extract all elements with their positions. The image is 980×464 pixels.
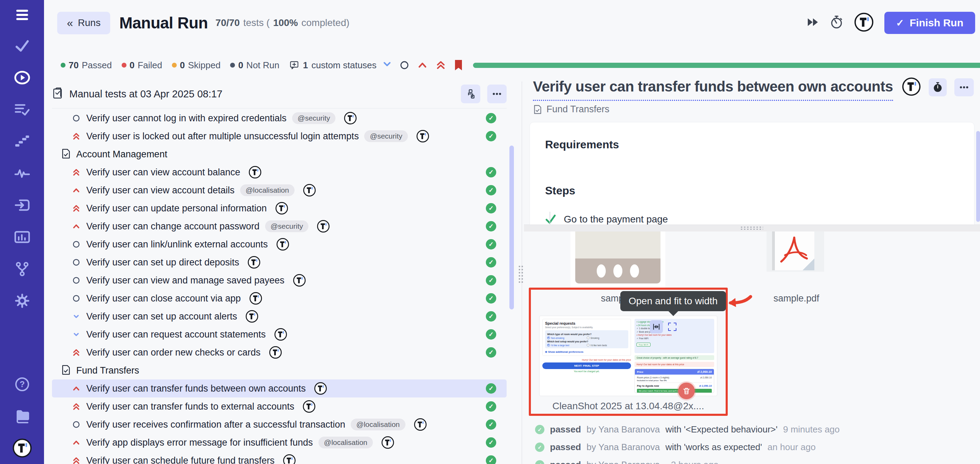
- passed-status-badge[interactable]: [486, 347, 496, 358]
- test-row[interactable]: Verify user can change account password@…: [52, 217, 507, 235]
- suite-section-row[interactable]: Account Management: [52, 145, 507, 163]
- test-row[interactable]: Verify user can set up account alerts: [52, 307, 507, 326]
- chevron-down-icon[interactable]: [383, 61, 391, 69]
- tree-view-button[interactable]: [461, 84, 480, 103]
- test-row[interactable]: Verify user cannot log in with expired c…: [52, 109, 507, 127]
- sidebar-item-runs-active[interactable]: [0, 62, 44, 94]
- test-row[interactable]: Verify user is locked out after multiple…: [52, 127, 507, 145]
- test-row[interactable]: Verify user can transfer funds between o…: [52, 380, 507, 397]
- test-tag[interactable]: @security: [292, 112, 336, 124]
- testomat-link-icon[interactable]: [245, 310, 259, 323]
- passed-status-badge[interactable]: [486, 383, 496, 394]
- attachment-pdf-caption[interactable]: sample.pdf: [773, 293, 819, 304]
- passed-status-badge[interactable]: [486, 131, 496, 141]
- test-detail-title[interactable]: Verify user can transfer funds between o…: [533, 78, 893, 101]
- attachment-image-thumbnail[interactable]: [575, 232, 660, 283]
- passed-status-badge[interactable]: [486, 275, 496, 286]
- testomat-link-icon[interactable]: [276, 238, 290, 251]
- testomat-link-icon[interactable]: [302, 400, 316, 413]
- sidebar-item-tests[interactable]: [0, 30, 44, 62]
- test-row[interactable]: Verify user can request account statemen…: [52, 326, 507, 343]
- passed-status-badge[interactable]: [486, 167, 496, 177]
- drawer-resize-handle[interactable]: [524, 224, 980, 232]
- priority-filter-high-icon[interactable]: [417, 60, 428, 71]
- list-more-button[interactable]: [487, 84, 507, 103]
- test-row[interactable]: Verify user can update personal informat…: [52, 199, 507, 217]
- passed-status-badge[interactable]: [486, 401, 496, 412]
- testomat-link-icon[interactable]: [269, 346, 282, 359]
- status-counter-failed[interactable]: 0Failed: [122, 60, 162, 71]
- testomat-link-icon[interactable]: [381, 436, 395, 449]
- passed-status-badge[interactable]: [486, 239, 496, 249]
- passed-status-badge[interactable]: [486, 185, 496, 195]
- testomat-link-icon[interactable]: [314, 382, 327, 395]
- status-counter-not-run[interactable]: 0Not Run: [230, 60, 279, 71]
- projects-folder-icon[interactable]: [0, 400, 44, 432]
- passed-status-badge[interactable]: [486, 311, 496, 322]
- suite-section-row[interactable]: Fund Transfers: [52, 361, 507, 380]
- test-row[interactable]: Verify user receives confirmation after …: [52, 415, 507, 434]
- passed-status-badge[interactable]: [486, 257, 496, 267]
- testomat-link-icon[interactable]: [303, 184, 316, 197]
- test-row[interactable]: Verify user can set up direct deposits: [52, 253, 507, 271]
- timer-button[interactable]: [929, 78, 947, 96]
- passed-status-badge[interactable]: [486, 113, 496, 123]
- testomat-link-icon[interactable]: [344, 111, 357, 125]
- step-item[interactable]: Go to the payment page: [545, 214, 959, 225]
- passed-status-badge[interactable]: [486, 293, 496, 304]
- passed-status-badge[interactable]: [486, 221, 496, 232]
- history-entry[interactable]: passed by Yana Baranova with '<Expected …: [535, 424, 980, 435]
- detail-more-button[interactable]: [955, 78, 974, 96]
- custom-statuses-filter[interactable]: 1 custom statuses: [289, 60, 376, 71]
- sidebar-item-analytics[interactable]: [0, 157, 44, 189]
- back-to-runs-button[interactable]: Runs: [57, 12, 110, 34]
- priority-filter-normal-icon[interactable]: [399, 60, 410, 71]
- test-row[interactable]: Verify user can transfer funds to extern…: [52, 397, 507, 415]
- testomat-link-icon[interactable]: [317, 220, 330, 233]
- passed-status-badge[interactable]: [486, 437, 496, 448]
- test-row[interactable]: Verify user can view account balance: [52, 163, 507, 181]
- passed-status-badge[interactable]: [486, 203, 496, 213]
- delete-attachment-button[interactable]: [678, 383, 695, 399]
- attachment-screenshot-caption[interactable]: CleanShot 2025 at 13.04.48@2x....: [529, 400, 728, 412]
- test-tag[interactable]: @security: [364, 130, 408, 142]
- test-list-scrollbar[interactable]: [509, 146, 514, 310]
- fullscreen-button[interactable]: [666, 320, 679, 334]
- bookmark-filter-icon[interactable]: [453, 59, 463, 71]
- sidebar-item-test-plans[interactable]: [0, 94, 44, 126]
- testomat-link-icon[interactable]: [414, 418, 427, 431]
- testomat-link-icon[interactable]: [293, 274, 306, 287]
- test-row[interactable]: Verify user can close account via app: [52, 289, 507, 307]
- panel-resize-handle[interactable]: [519, 264, 524, 283]
- testomat-link-icon[interactable]: [275, 202, 288, 215]
- history-entry[interactable]: passed by Yana Baranova 3 hours ago: [535, 459, 980, 464]
- test-row[interactable]: Verify user can view account details@loc…: [52, 181, 507, 199]
- passed-status-badge[interactable]: [486, 419, 496, 430]
- test-row[interactable]: Verify user can link/unlink external acc…: [52, 235, 507, 253]
- testomat-link-icon[interactable]: [247, 256, 261, 269]
- passed-status-badge[interactable]: [486, 455, 496, 464]
- sidebar-item-milestones[interactable]: [0, 126, 44, 157]
- detail-scrollbar[interactable]: [976, 131, 980, 222]
- sidebar-item-import[interactable]: [0, 189, 44, 221]
- suite-breadcrumb[interactable]: Fund Transfers: [533, 104, 609, 115]
- status-counter-passed[interactable]: 70Passed: [60, 60, 112, 71]
- test-row[interactable]: Verify user can schedule future fund tra…: [52, 451, 507, 464]
- passed-status-badge[interactable]: [486, 329, 496, 340]
- testomat-link-icon[interactable]: [283, 454, 296, 464]
- help-icon[interactable]: ?: [0, 369, 44, 400]
- test-tag[interactable]: @localisation: [318, 437, 373, 448]
- history-entry[interactable]: passed by Yana Baranova with 'works as e…: [535, 442, 980, 453]
- sidebar-item-reports[interactable]: [0, 221, 44, 253]
- test-tag[interactable]: @security: [265, 220, 309, 232]
- test-row[interactable]: Verify user can view and manage saved pa…: [52, 271, 507, 289]
- test-tag[interactable]: @localisation: [240, 184, 294, 196]
- testomat-logo[interactable]: [0, 432, 44, 464]
- test-tag[interactable]: @localisation: [351, 419, 405, 431]
- sidebar-item-settings[interactable]: [0, 285, 44, 317]
- testomat-link-icon[interactable]: [248, 166, 262, 179]
- hamburger-menu-icon[interactable]: [0, 0, 44, 30]
- testomat-badge-icon[interactable]: [902, 77, 921, 98]
- testomat-link-icon[interactable]: [274, 328, 287, 341]
- status-counter-skipped[interactable]: 0Skipped: [172, 60, 220, 71]
